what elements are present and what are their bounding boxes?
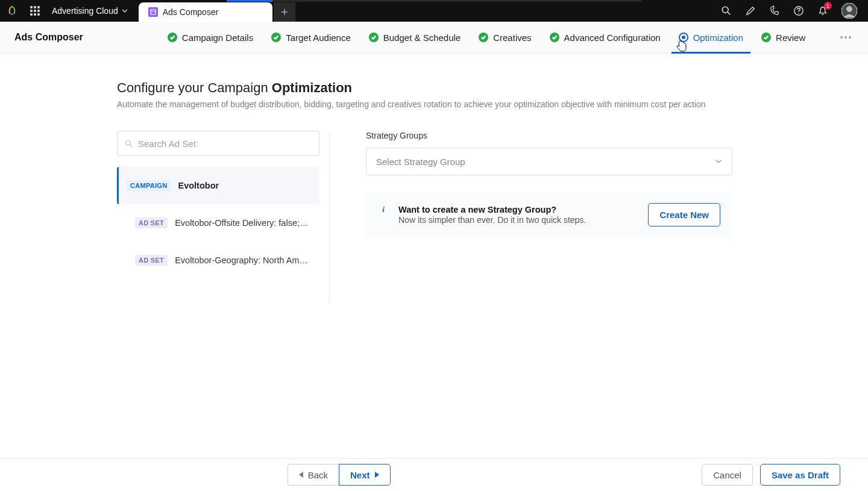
adset-panel: CAMPAIGN Evoltobor AD SET Evoltobor-Offs… [117, 131, 329, 279]
strategy-panel: Strategy Groups Select Strategy Group i … [330, 131, 728, 279]
page-subheading: Automate the management of budget distri… [117, 99, 868, 109]
step-label: Budget & Schedule [383, 33, 461, 43]
select-placeholder: Select Strategy Group [376, 157, 465, 167]
search-input[interactable] [138, 139, 312, 149]
adset-name: Evoltobor-Geography: North America; [175, 255, 310, 265]
info-icon: i [378, 204, 389, 215]
svg-point-2 [722, 7, 728, 13]
adset-row[interactable]: AD SET Evoltobor-Geography: North Americ… [117, 242, 319, 279]
step-creatives[interactable]: Creatives [479, 22, 531, 53]
tab-ads-composer[interactable]: Ads Composer [139, 2, 273, 22]
check-circle-icon [271, 33, 281, 42]
adset-name: Evoltobor-Offsite Delivery: false; Targe [175, 218, 310, 228]
triangle-right-icon [375, 472, 379, 478]
save-as-draft-button[interactable]: Save as Draft [760, 464, 840, 486]
check-circle-icon [479, 33, 488, 42]
svg-point-7 [847, 7, 852, 11]
adset-chip: AD SET [135, 255, 168, 266]
check-circle-icon [550, 33, 559, 42]
search-icon[interactable] [721, 5, 732, 16]
notification-badge: 1 [824, 2, 832, 10]
step-campaign-details[interactable]: Campaign Details [168, 22, 253, 53]
search-icon [125, 139, 133, 148]
topbar: Advertising Cloud Ads Composer 1 [0, 0, 868, 22]
check-circle-icon [168, 33, 177, 42]
suite-dropdown[interactable]: Advertising Cloud [46, 6, 136, 16]
main-content: Configure your Campaign Optimization Aut… [0, 54, 868, 458]
heading-strong: Optimization [272, 80, 352, 95]
check-circle-icon [761, 33, 771, 42]
create-strategy-info-card: i Want to create a new Strategy Group? N… [366, 192, 732, 237]
plus-icon [280, 8, 289, 16]
back-label: Back [308, 470, 328, 480]
tab-title: Ads Composer [163, 7, 219, 17]
notifications-icon[interactable]: 1 [817, 5, 828, 16]
cancel-button[interactable]: Cancel [702, 464, 753, 486]
svg-point-8 [126, 140, 131, 145]
svg-line-3 [728, 12, 730, 14]
back-button[interactable]: Back [288, 464, 339, 486]
page-title: Ads Composer [14, 32, 83, 43]
page-heading: Configure your Campaign Optimization [117, 80, 868, 96]
edit-icon[interactable] [745, 5, 756, 16]
strategy-groups-label: Strategy Groups [366, 131, 728, 140]
more-options-icon[interactable] [838, 34, 854, 41]
step-target-audience[interactable]: Target Audience [271, 22, 351, 53]
step-advanced-configuration[interactable]: Advanced Configuration [550, 22, 661, 53]
step-label: Optimization [693, 33, 743, 43]
adset-row[interactable]: AD SET Evoltobor-Offsite Delivery: false… [117, 204, 319, 242]
next-button[interactable]: Next [339, 464, 391, 486]
loading-progress-track [272, 0, 641, 2]
chevron-down-icon [122, 8, 128, 14]
step-budget-schedule[interactable]: Budget & Schedule [369, 22, 461, 53]
chevron-down-icon [715, 158, 722, 165]
svg-line-9 [130, 145, 132, 146]
phone-icon[interactable] [769, 5, 780, 16]
triangle-left-icon [299, 472, 303, 478]
app-logo[interactable] [0, 5, 24, 17]
svg-rect-0 [151, 10, 156, 14]
avatar[interactable] [841, 3, 857, 19]
step-label: Advanced Configuration [564, 33, 661, 43]
loading-progress-bar [227, 0, 272, 2]
step-label: Creatives [493, 33, 531, 43]
strategy-group-select[interactable]: Select Strategy Group [366, 148, 732, 175]
app-switcher-icon[interactable] [24, 6, 46, 16]
step-label: Target Audience [286, 33, 351, 43]
check-circle-icon [369, 33, 379, 42]
info-body: Now its simpler than ever. Do it in two … [398, 215, 586, 225]
suite-name-label: Advertising Cloud [52, 6, 118, 16]
step-review[interactable]: Review [761, 22, 805, 53]
campaign-row[interactable]: CAMPAIGN Evoltobor [117, 167, 319, 204]
heading-prefix: Configure your Campaign [117, 80, 272, 95]
info-title: Want to create a new Strategy Group? [398, 205, 586, 214]
ads-composer-tab-icon [148, 7, 158, 17]
step-label: Review [776, 33, 805, 43]
step-label: Campaign Details [182, 33, 253, 43]
svg-point-5 [798, 13, 799, 14]
adset-chip: AD SET [135, 217, 168, 228]
help-icon[interactable] [793, 5, 804, 16]
search-adset-box[interactable] [117, 131, 319, 156]
step-optimization[interactable]: Optimization [679, 22, 743, 53]
campaign-name: Evoltobor [178, 181, 219, 190]
stepper-bar: Ads Composer Campaign Details Target Aud… [0, 22, 868, 54]
current-step-icon [679, 33, 688, 42]
new-tab-button[interactable] [274, 2, 295, 22]
create-new-button[interactable]: Create New [648, 203, 720, 227]
footer-bar: Back Next Cancel Save as Draft [0, 458, 868, 491]
next-label: Next [350, 470, 370, 480]
campaign-chip: CAMPAIGN [127, 180, 171, 191]
